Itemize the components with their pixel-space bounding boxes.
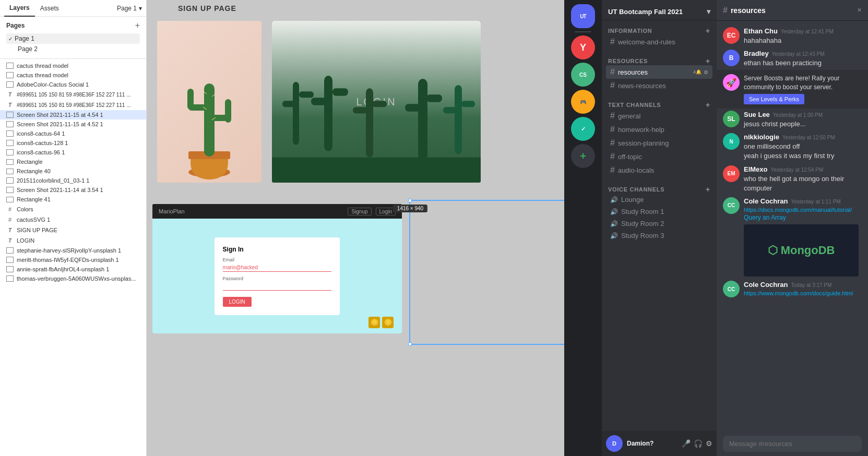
channel-welcome[interactable]: # welcome-and-rules	[606, 35, 712, 49]
chevron-icon[interactable]: ▾	[707, 7, 710, 16]
boost-levels-btn[interactable]: See Levels & Perks	[744, 94, 804, 104]
message-input-field[interactable]	[729, 440, 855, 448]
layer-adobe-color[interactable]: AdobeColor-Cactus Social 1	[0, 80, 146, 89]
layer-icons8-128[interactable]: icons8-cactus-128 1	[0, 138, 146, 148]
server-icon-1[interactable]: Y	[571, 35, 595, 59]
close-icon[interactable]: ✕	[857, 7, 862, 14]
mario-login-submit-btn[interactable]: LOGIN	[223, 297, 252, 307]
mario-nav-buttons: Signup Login	[348, 208, 396, 215]
channel-add-icon-2[interactable]: +	[706, 57, 710, 65]
text-channels-label: TEXT CHANNELS	[608, 102, 661, 108]
layer-colorblind[interactable]: 201511colorblind_01_03-1 1	[0, 176, 146, 185]
channel-study-3[interactable]: 🔊 Study Room 3	[606, 230, 712, 242]
msg-header: nikkiologie Yesterday at 12:50 PM	[744, 133, 862, 141]
layer-label: Screen Shot 2021-11-15 at 4.52 1	[17, 121, 103, 127]
channel-label: audio-locals	[618, 166, 654, 174]
channel-settings-icon[interactable]: ⚙	[704, 69, 708, 75]
cactus-background: LOGIN	[272, 21, 481, 183]
layer-rectangle-41[interactable]: Rectangle 41	[0, 195, 146, 204]
mic-icon[interactable]: 🎤	[682, 439, 691, 448]
layer-screenshot-1[interactable]: Screen Shot 2021-11-15 at 4.54 1	[0, 110, 146, 119]
channel-add-icon-3[interactable]: +	[706, 101, 710, 109]
layer-icons8-96[interactable]: icons8-cactus-96 1	[0, 148, 146, 157]
server-icon-3[interactable]: 🎮	[571, 90, 595, 114]
headphone-icon[interactable]: 🎧	[694, 439, 703, 448]
channel-session[interactable]: # session-planning	[606, 136, 712, 150]
msg-time: Today at 3:17 PM	[791, 282, 832, 288]
layer-annie[interactable]: annie-spratt-fbAnIjhrOL4-unsplash 1	[0, 265, 146, 274]
channel-label: general	[618, 112, 640, 120]
layer-text-1[interactable]: T #699651 105 150 81 59 #98E36F 152 227 …	[0, 89, 146, 100]
layer-meritt[interactable]: meritt-thomas-IW5yf-EQFDs-unsplash 1	[0, 255, 146, 265]
channel-news-resources[interactable]: # news-resources	[606, 79, 712, 92]
msg-header: ElMexo Yesterday at 12:54 PM	[744, 165, 862, 173]
channel-label: session-planning	[618, 139, 669, 147]
msg-link[interactable]: Query an Array	[744, 214, 862, 221]
tab-assets[interactable]: Assets	[35, 0, 64, 17]
channel-off-topic[interactable]: # off-topic	[606, 150, 712, 163]
server-add-btn[interactable]: +	[571, 144, 595, 168]
layer-login-text[interactable]: T LOGIN	[0, 235, 146, 246]
layer-colors[interactable]: # Colors	[0, 204, 146, 214]
voice-channels-section: VOICE CHANNELS + 🔊 Lounge 🔊 Study Room 1…	[602, 179, 717, 244]
tab-layers[interactable]: Layers	[4, 0, 35, 17]
layer-signup-page-text[interactable]: T SIGN UP PAGE	[0, 225, 146, 235]
layer-label: Rectangle	[17, 159, 43, 165]
channel-add-icon[interactable]: +	[706, 27, 710, 35]
size-label: 1416 × 940	[393, 205, 427, 212]
channel-audio[interactable]: # audio-locals	[606, 163, 712, 177]
msg-username: Sue Lee	[744, 111, 770, 118]
channel-study-1[interactable]: 🔊 Study Room 1	[606, 206, 712, 218]
settings-icon[interactable]: ⚙	[706, 439, 712, 448]
svg-rect-11	[293, 82, 299, 145]
layer-rectangle-40[interactable]: Rectangle 40	[0, 166, 146, 176]
layer-stephanie[interactable]: stephanie-harvey-slSRjvolIpY-unsplash 1	[0, 246, 146, 255]
layer-cactus-svg[interactable]: # cactusSVG 1	[0, 214, 146, 225]
mario-email-input[interactable]	[223, 263, 332, 272]
channel-resources[interactable]: # resources 4🔔 ⚙	[606, 65, 712, 79]
layer-icons8-64[interactable]: icons8-cactus-64 1	[0, 129, 146, 138]
mongo-logo-img: ⬡ MongoDB	[768, 244, 835, 257]
page-selector[interactable]: Page 1 ▾	[117, 5, 142, 12]
channel-study-2[interactable]: 🔊 Study Room 2	[606, 218, 712, 230]
handle-bl[interactable]	[408, 342, 412, 346]
layer-screenshot-3[interactable]: Screen Shot 2021-11-14 at 3.54 1	[0, 185, 146, 195]
channel-homework[interactable]: # homework-help	[606, 123, 712, 136]
layer-cactus-thread-2[interactable]: cactus thread model	[0, 70, 146, 80]
page-item-1[interactable]: ✓ Page 1	[6, 33, 140, 44]
mario-signup-btn[interactable]: Signup	[348, 208, 371, 215]
server-icon-ut[interactable]: UT	[571, 4, 595, 28]
text-icon: T	[6, 226, 14, 234]
handle-tl[interactable]	[408, 199, 412, 202]
svg-rect-12	[282, 101, 297, 107]
layer-thomas[interactable]: thomas-verbruggen-5A060WUSWxs-unsplas...	[0, 274, 146, 283]
layer-screenshot-2[interactable]: Screen Shot 2021-11-15 at 4.52 1	[0, 119, 146, 129]
msg-content-ethan: Ethan Chu Yesterday at 12:41 PM hahahaha…	[744, 27, 862, 45]
voice-icon: 🔊	[610, 220, 618, 227]
msg-time: Yesterday at 12:41 PM	[781, 29, 834, 34]
canvas-area[interactable]: SIGN UP PAGE	[147, 0, 564, 456]
server-icon-2[interactable]: CS	[571, 63, 595, 87]
add-page-button[interactable]: +	[135, 21, 140, 30]
avatar-elmexo: EM	[723, 165, 740, 182]
channel-general[interactable]: # general	[606, 109, 712, 123]
svg-rect-23	[455, 85, 462, 154]
mario-pwd-input[interactable]	[223, 282, 332, 291]
channel-lounge[interactable]: 🔊 Lounge	[606, 194, 712, 206]
server-icon-4[interactable]: ✓	[571, 117, 595, 141]
message-input-box	[723, 436, 862, 452]
page-item-2[interactable]: Page 2	[6, 44, 140, 54]
msg-content-cole-2: Cole Cochran Today at 3:17 PM https://ww…	[744, 281, 862, 297]
hash-icon: #	[610, 111, 615, 121]
channel-header-icons: ▾	[707, 7, 710, 16]
hash-icon: #	[610, 152, 615, 161]
layer-text-2[interactable]: T #699651 105 150 81 59 #98E36F 152 227 …	[0, 100, 146, 110]
layer-rectangle[interactable]: Rectangle	[0, 157, 146, 166]
channel-add-icon-4[interactable]: +	[706, 185, 710, 194]
text-icon: T	[6, 91, 14, 98]
layer-label: Rectangle 40	[17, 168, 51, 174]
channel-label: off-topic	[618, 153, 642, 161]
msg-username: Ethan Chu	[744, 27, 778, 35]
layer-cactus-thread-1[interactable]: cactus thread model	[0, 61, 146, 70]
mario-email-label: Email	[223, 257, 332, 262]
